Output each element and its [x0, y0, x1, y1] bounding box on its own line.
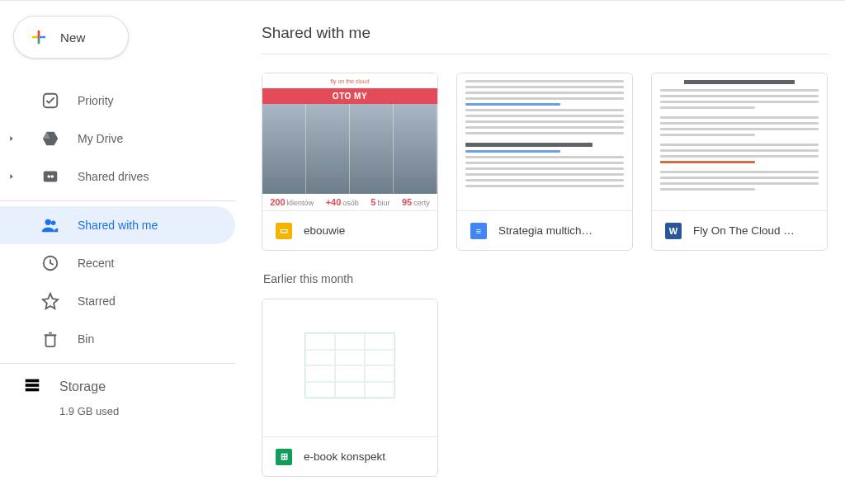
file-thumbnail [652, 73, 827, 210]
sidebar-item-bin[interactable]: Bin [0, 320, 235, 358]
trash-icon [41, 330, 59, 348]
sidebar-item-label: Recent [78, 257, 114, 270]
file-card[interactable]: ⊞e-book konspekt [262, 299, 438, 477]
file-thumbnail [457, 73, 632, 210]
plus-icon [29, 27, 49, 47]
sidebar-item-recent[interactable]: Recent [0, 244, 235, 282]
svg-rect-9 [26, 389, 40, 392]
divider [0, 200, 235, 201]
star-icon [41, 292, 59, 310]
file-thumbnail: fly on the cloudOTO MY200klientów+40osób… [262, 73, 437, 210]
sidebar-item-shared-with-me[interactable]: Shared with me [0, 206, 235, 244]
thumb-brand: fly on the cloud [262, 73, 437, 88]
storage-used: 1.9 GB used [59, 405, 235, 417]
svg-point-3 [50, 175, 54, 178]
sidebar-item-storage[interactable]: Storage [23, 370, 235, 403]
word-icon: W [665, 223, 682, 239]
new-button-label: New [60, 31, 86, 45]
file-card[interactable]: fly on the cloudOTO MY200klientów+40osób… [262, 73, 438, 251]
new-button[interactable]: New [13, 16, 129, 59]
drive-icon [41, 130, 59, 148]
section-earlier: Earlier this month [263, 272, 828, 285]
sheets-icon: ⊞ [276, 449, 292, 465]
docs-icon: ≡ [470, 223, 487, 239]
storage-icon [23, 376, 41, 398]
svg-point-2 [47, 175, 50, 178]
svg-rect-7 [26, 379, 40, 383]
file-thumbnail [262, 299, 437, 436]
sidebar-item-label: Priority [78, 94, 114, 107]
shared-dr-icon [41, 167, 59, 186]
sidebar-item-label: Shared with me [78, 219, 158, 232]
chevron-right-icon [7, 172, 17, 181]
nav: PriorityMy DriveShared drivesShared with… [0, 82, 235, 358]
svg-point-4 [45, 219, 51, 225]
svg-rect-8 [26, 384, 40, 387]
sidebar-item-my-drive[interactable]: My Drive [0, 120, 235, 158]
clock-icon [41, 254, 59, 272]
sidebar: New PriorityMy DriveShared drivesShared … [0, 1, 235, 504]
sidebar-item-label: Shared drives [78, 170, 149, 183]
file-name: Strategia multich… [498, 224, 592, 237]
sidebar-item-priority[interactable]: Priority [0, 82, 235, 120]
storage-label: Storage [59, 379, 106, 394]
svg-point-5 [51, 221, 55, 226]
main: Shared with me fly on the cloudOTO MY200… [235, 1, 845, 504]
divider [0, 363, 235, 364]
sidebar-item-shared-drives[interactable]: Shared drives [0, 158, 235, 195]
priority-icon [41, 92, 59, 110]
file-card[interactable]: WFly On The Cloud … [651, 73, 828, 251]
file-name: Fly On The Cloud … [693, 224, 795, 237]
file-grid-recent: fly on the cloudOTO MY200klientów+40osób… [262, 73, 828, 251]
sidebar-item-starred[interactable]: Starred [0, 282, 235, 320]
thumb-title: OTO MY [262, 88, 437, 104]
people-icon [41, 216, 59, 234]
thumb-photo [262, 104, 437, 194]
chevron-right-icon [7, 134, 17, 144]
sidebar-item-label: Starred [78, 294, 116, 308]
file-name: ebouwie [304, 224, 345, 237]
page-title: Shared with me [262, 24, 828, 54]
sidebar-item-label: My Drive [78, 132, 123, 145]
thumb-stats: 200klientów+40osób5biur95certy [262, 194, 437, 210]
file-card[interactable]: ≡Strategia multich… [456, 73, 633, 251]
file-name: e-book konspekt [304, 450, 385, 463]
sidebar-item-label: Bin [78, 332, 94, 346]
file-grid-earlier: ⊞e-book konspekt [262, 299, 828, 477]
slides-icon: ▭ [276, 223, 292, 239]
